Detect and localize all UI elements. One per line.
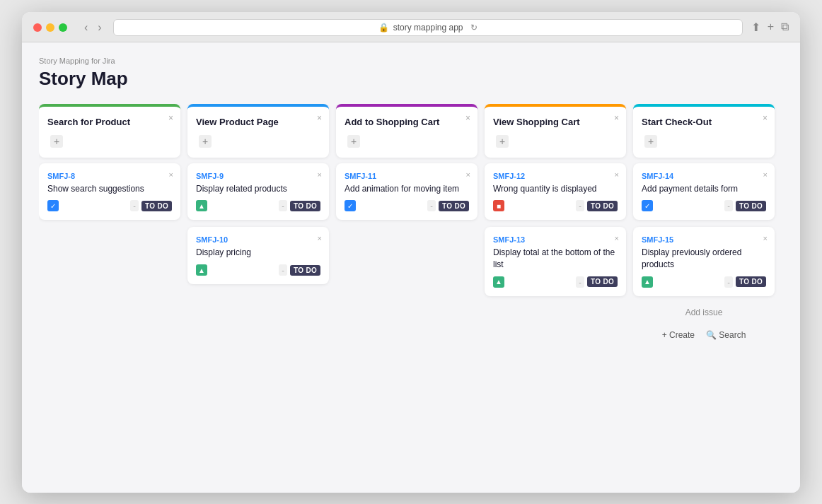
- status-badge-smfj15: TO DO: [736, 276, 766, 287]
- issue-id-smfj14: SMFJ-14: [642, 172, 752, 180]
- status-dash-smfj13[interactable]: -: [576, 276, 584, 288]
- search-button[interactable]: 🔍 Search: [706, 330, 746, 340]
- minimize-button[interactable]: [46, 23, 54, 32]
- issue-icon-smfj9: ▲: [196, 200, 207, 211]
- issue-title-smfj11: Add animation for moving item: [345, 183, 469, 195]
- issue-title-smfj15: Display previously ordered products: [642, 247, 766, 271]
- issue-title-smfj12: Wrong quantity is displayed: [493, 183, 618, 195]
- add-icon-4: +: [644, 135, 657, 148]
- issue-id-smfj13: SMFJ-13: [493, 235, 603, 244]
- issue-card-smfj8: SMFJ-8 × Show search suggestions ✓ - TO …: [39, 163, 180, 221]
- maximize-button[interactable]: [59, 23, 67, 32]
- issue-id-smfj10: SMFJ-10: [196, 235, 306, 244]
- epic-card-4: Start Check-Out × +: [633, 104, 775, 158]
- status-dash-smfj9[interactable]: -: [279, 200, 287, 211]
- add-icon-2: +: [347, 135, 360, 148]
- address-bar[interactable]: 🔒 story mapping app ↻: [113, 19, 743, 36]
- issue-icon-smfj14: ✓: [642, 200, 653, 211]
- add-icon-0: +: [50, 135, 63, 148]
- epic-title-3: View Shopping Cart: [493, 117, 580, 127]
- add-icon-3: +: [496, 135, 509, 148]
- status-badge-smfj13: TO DO: [587, 276, 618, 287]
- traffic-lights: [33, 23, 67, 32]
- issue-close-smfj13[interactable]: ×: [615, 234, 619, 242]
- issue-title-smfj10: Display pricing: [196, 247, 320, 259]
- issue-icon-smfj15: ▲: [642, 276, 653, 288]
- issue-footer-smfj13: ▲ - TO DO: [493, 276, 618, 288]
- issue-title-smfj14: Add payment details form: [642, 183, 766, 195]
- issue-card-smfj12: SMFJ-12 × Wrong quantity is displayed ■ …: [485, 163, 626, 221]
- issue-footer-smfj11: ✓ - TO DO: [345, 200, 469, 211]
- epic-close-3[interactable]: ×: [614, 114, 619, 122]
- issue-close-smfj15[interactable]: ×: [763, 234, 768, 242]
- issue-icon-smfj12: ■: [493, 200, 504, 211]
- epic-add-3[interactable]: +: [493, 134, 511, 149]
- page-title: Story Map: [39, 68, 783, 90]
- epic-add-0[interactable]: +: [47, 134, 66, 149]
- epic-close-4[interactable]: ×: [763, 114, 768, 122]
- status-dash-smfj10[interactable]: -: [279, 264, 287, 276]
- epic-card-0: Search for Product × +: [39, 104, 180, 158]
- issue-card-smfj15: SMFJ-15 × Display previously ordered pro…: [633, 227, 775, 296]
- status-badge-smfj12: TO DO: [587, 201, 618, 211]
- address-text: story mapping app: [393, 23, 463, 33]
- status-badge-smfj11: TO DO: [439, 201, 469, 211]
- status-dash-smfj11[interactable]: -: [427, 200, 436, 211]
- issue-id-smfj8: SMFJ-8: [47, 172, 158, 180]
- epic-close-1[interactable]: ×: [317, 114, 322, 122]
- status-dash-smfj8[interactable]: -: [130, 200, 139, 211]
- epic-add-2[interactable]: +: [345, 134, 363, 149]
- issue-title-smfj9: Display related products: [196, 183, 320, 195]
- epic-close-2[interactable]: ×: [465, 114, 470, 122]
- epic-card-1: View Product Page × +: [187, 104, 329, 158]
- issue-footer-smfj8: ✓ - TO DO: [47, 200, 172, 211]
- epic-add-1[interactable]: +: [196, 134, 214, 149]
- issue-close-smfj8[interactable]: ×: [169, 170, 173, 179]
- issue-id-smfj11: SMFJ-11: [345, 172, 455, 180]
- epic-title-1: View Product Page: [196, 117, 279, 127]
- issue-footer-smfj10: ▲ - TO DO: [196, 264, 320, 276]
- epic-close-0[interactable]: ×: [168, 114, 173, 122]
- status-dash-smfj15[interactable]: -: [724, 276, 733, 288]
- issue-close-smfj10[interactable]: ×: [318, 234, 322, 242]
- status-dash-smfj12[interactable]: -: [576, 200, 584, 211]
- issue-title-smfj13: Display total at the bottom of the list: [493, 247, 618, 271]
- new-tab-icon[interactable]: +: [768, 20, 774, 34]
- epic-add-4[interactable]: +: [642, 134, 660, 149]
- close-button[interactable]: [33, 23, 42, 32]
- issue-title-smfj8: Show search suggestions: [47, 183, 172, 195]
- back-button[interactable]: ‹: [81, 20, 91, 35]
- status-badge-smfj14: TO DO: [736, 201, 766, 211]
- share-icon[interactable]: ⬆: [751, 20, 760, 34]
- issue-close-smfj12[interactable]: ×: [615, 170, 619, 179]
- status-dash-smfj14[interactable]: -: [724, 200, 733, 211]
- column-2: Add to Shopping Cart × + SMFJ-11 × Add a…: [336, 104, 477, 340]
- issue-card-smfj11: SMFJ-11 × Add animation for moving item …: [336, 163, 477, 221]
- forward-button[interactable]: ›: [95, 20, 104, 35]
- create-button[interactable]: + Create: [662, 330, 695, 340]
- tabs-icon[interactable]: ⧉: [781, 20, 789, 34]
- issue-icon-smfj11: ✓: [345, 200, 356, 211]
- app-content: Story Mapping for Jira Story Map Search …: [22, 42, 800, 493]
- issue-close-smfj14[interactable]: ×: [763, 170, 768, 179]
- issue-id-smfj12: SMFJ-12: [493, 172, 603, 180]
- epic-title-0: Search for Product: [47, 117, 130, 127]
- issue-footer-smfj12: ■ - TO DO: [493, 200, 618, 211]
- add-issue-button[interactable]: Add issue: [633, 303, 775, 322]
- epic-title-4: Start Check-Out: [642, 117, 712, 127]
- issue-card-smfj14: SMFJ-14 × Add payment details form ✓ - T…: [633, 163, 775, 221]
- lock-icon: 🔒: [378, 23, 389, 33]
- column-4: Start Check-Out × + SMFJ-14 × Add paymen…: [633, 104, 775, 340]
- issue-footer-smfj14: ✓ - TO DO: [642, 200, 766, 211]
- browser-actions: ⬆ + ⧉: [751, 20, 789, 34]
- issue-close-smfj9[interactable]: ×: [318, 170, 322, 179]
- epic-card-2: Add to Shopping Cart × +: [336, 104, 477, 158]
- refresh-icon[interactable]: ↻: [470, 23, 477, 33]
- issue-close-smfj11[interactable]: ×: [466, 170, 470, 179]
- issue-icon-smfj8: ✓: [47, 200, 59, 211]
- status-badge-smfj9: TO DO: [290, 201, 320, 211]
- issue-card-smfj13: SMFJ-13 × Display total at the bottom of…: [485, 227, 626, 296]
- issue-card-smfj9: SMFJ-9 × Display related products ▲ - TO…: [187, 163, 329, 221]
- column-3: View Shopping Cart × + SMFJ-12 × Wrong q…: [485, 104, 626, 340]
- add-icon-1: +: [199, 135, 212, 148]
